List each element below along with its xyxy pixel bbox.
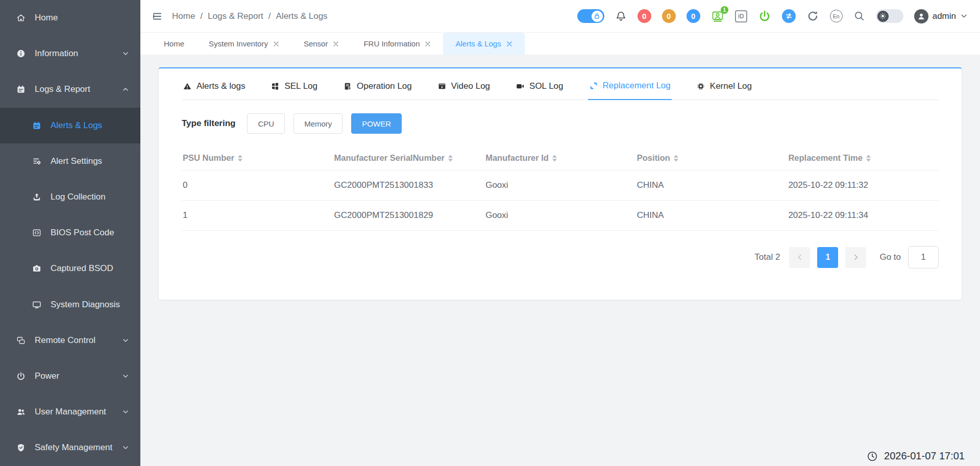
avatar	[914, 9, 928, 23]
close-icon[interactable]	[506, 41, 512, 47]
col-manufacturer-id[interactable]: Manufacturer Id	[484, 146, 636, 170]
sidebar-item-user-management[interactable]: User Management	[0, 394, 140, 430]
swap-arrows-icon	[785, 12, 793, 20]
filter-memory-button[interactable]: Memory	[293, 113, 342, 134]
breadcrumb-separator: /	[200, 11, 203, 21]
sidebar-item-system-diagnosis[interactable]: System Diagnosis	[0, 287, 140, 323]
cell-psu-number: 1	[182, 201, 333, 231]
sidebar-item-captured-bsod[interactable]: Captured BSOD	[0, 251, 140, 286]
bell-icon	[615, 10, 627, 22]
tab-replacement-log[interactable]: Replacement Log	[588, 68, 672, 100]
sidebar-item-information[interactable]: Information	[0, 36, 140, 71]
col-manufacturer-serialnumber[interactable]: Manufacturer SerialNumber	[333, 146, 485, 170]
notifications-button[interactable]	[615, 10, 627, 22]
sidebar-item-safety-management[interactable]: Safety Management	[0, 430, 140, 465]
code-box-icon	[32, 228, 42, 238]
table-row[interactable]: 1 GC2000PMT2513001829 Gooxi CHINA 2025-1…	[182, 201, 939, 231]
language-button[interactable]: En	[830, 10, 843, 22]
sidebar-item-bios-post-code[interactable]: BIOS Post Code	[0, 215, 140, 251]
tab-label: Replacement Log	[603, 81, 671, 91]
filter-cpu-button[interactable]: CPU	[247, 113, 285, 134]
tab-label: FRU Information	[363, 39, 420, 48]
breadcrumb-home[interactable]: Home	[172, 11, 195, 21]
tab-sel-log[interactable]: SEL Log	[270, 68, 318, 100]
page-1-button[interactable]: 1	[817, 247, 838, 268]
close-icon[interactable]	[273, 41, 279, 47]
tab-home[interactable]: Home	[152, 33, 197, 55]
sidebar-item-label: User Management	[35, 407, 106, 417]
critical-count-badge[interactable]: 0	[638, 9, 651, 23]
close-icon[interactable]	[425, 41, 431, 47]
column-label: Position	[637, 153, 670, 163]
breadcrumb-alerts-logs[interactable]: Alerts & Logs	[276, 11, 328, 21]
tab-alerts-and-logs[interactable]: Alerts & logs	[182, 68, 246, 100]
tab-fru-information[interactable]: FRU Information	[351, 33, 443, 55]
replace-cycle-icon	[589, 81, 598, 90]
id-button[interactable]: iD	[735, 10, 747, 22]
tab-system-inventory[interactable]: System Inventory	[197, 33, 291, 55]
sidebar-item-label: Safety Management	[35, 443, 112, 453]
col-position[interactable]: Position	[636, 146, 788, 170]
sidebar-item-remote-control[interactable]: Remote Control	[0, 323, 140, 358]
total-count: Total 2	[754, 252, 780, 262]
sidebar-item-label: BIOS Post Code	[51, 228, 114, 238]
warning-count-badge[interactable]: 0	[662, 9, 676, 23]
host-power-button[interactable]	[758, 10, 771, 23]
tab-video-log[interactable]: Video Log	[436, 68, 491, 100]
username: admin	[933, 11, 956, 21]
prev-page-button[interactable]	[789, 247, 810, 268]
breadcrumb-logs-report[interactable]: Logs & Report	[208, 11, 263, 21]
sort-icon[interactable]	[552, 155, 557, 162]
home-icon	[16, 13, 26, 23]
tab-sensor[interactable]: Sensor	[291, 33, 352, 55]
chevron-down-icon	[122, 408, 129, 415]
breadcrumb-separator: /	[268, 11, 271, 21]
sidebar-item-alerts-logs[interactable]: Alerts & Logs	[0, 108, 140, 143]
remote-session-button[interactable]: 1	[711, 10, 724, 23]
next-page-button[interactable]	[845, 247, 866, 268]
table-row[interactable]: 0 GC2000PMT2513001833 Gooxi CHINA 2025-1…	[182, 170, 939, 201]
tab-label: Alerts & Logs	[455, 39, 501, 48]
filter-power-button[interactable]: POWER	[351, 113, 402, 134]
tab-operation-log[interactable]: Operation Log	[342, 68, 413, 100]
tab-alerts-logs[interactable]: Alerts & Logs	[443, 33, 524, 55]
table-header-row: PSU Number Manufacturer SerialNumber Man…	[182, 146, 939, 170]
sidebar-item-label: Home	[35, 13, 58, 23]
cell-position: CHINA	[636, 170, 788, 201]
sidebar-item-home[interactable]: Home	[0, 0, 140, 36]
sort-icon[interactable]	[448, 155, 453, 162]
warning-icon	[183, 82, 192, 91]
top-header: Home / Logs & Report / Alerts & Logs 0 0…	[140, 0, 980, 33]
system-clock: 2026-01-07 17:01	[867, 450, 965, 462]
sidebar-item-alert-settings[interactable]: Alert Settings	[0, 143, 140, 179]
tab-kernel-log[interactable]: Kernel Log	[695, 68, 753, 100]
goto-page-input[interactable]	[908, 246, 939, 268]
calendar-icon	[16, 84, 26, 94]
switch-session-button[interactable]	[782, 9, 796, 23]
sort-icon[interactable]	[674, 155, 678, 162]
sidebar-item-logs-report[interactable]: Logs & Report	[0, 71, 140, 107]
theme-toggle[interactable]	[876, 9, 903, 23]
chevron-left-icon	[797, 254, 803, 260]
sort-icon[interactable]	[866, 155, 871, 162]
search-icon	[853, 10, 865, 22]
col-psu-number[interactable]: PSU Number	[182, 146, 333, 170]
lock-toggle[interactable]	[577, 9, 604, 23]
col-replacement-time[interactable]: Replacement Time	[787, 146, 939, 170]
refresh-button[interactable]	[806, 10, 819, 22]
sidebar-item-power[interactable]: Power	[0, 358, 140, 394]
close-icon[interactable]	[333, 41, 339, 47]
column-label: Manufacturer Id	[485, 153, 549, 163]
column-label: PSU Number	[183, 153, 234, 163]
search-button[interactable]	[853, 10, 865, 22]
user-menu[interactable]: admin	[914, 9, 968, 23]
clock-icon	[867, 451, 878, 462]
sidebar-item-log-collection[interactable]: Log Collection	[0, 179, 140, 215]
sidebar-item-label: Captured BSOD	[51, 263, 113, 274]
tab-sol-log[interactable]: SOL Log	[514, 68, 564, 100]
refresh-icon	[806, 10, 819, 22]
chevron-right-icon	[853, 254, 859, 260]
collapse-menu-button[interactable]	[152, 11, 163, 22]
info-count-badge[interactable]: 0	[687, 9, 700, 23]
sort-icon[interactable]	[238, 155, 242, 162]
